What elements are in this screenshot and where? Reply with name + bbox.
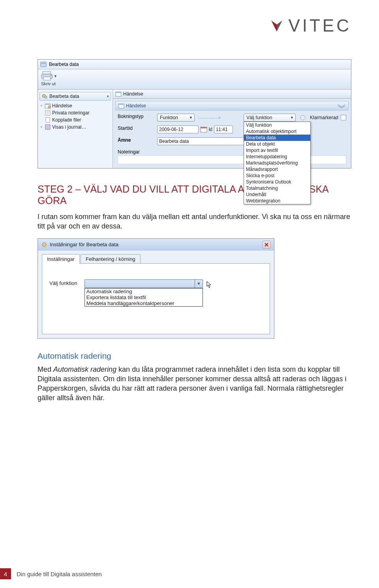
paragraph-intro: I rutan som kommer fram kan du välja mel… [38, 212, 351, 231]
note-icon [45, 110, 51, 116]
dropdown-option[interactable]: Import av textfil [244, 147, 310, 154]
close-button[interactable] [262, 241, 271, 249]
tab-felhantering[interactable]: Felhantering / körning [81, 254, 141, 264]
dialog-titlebar: Inställningar för Bearbeta data [38, 239, 274, 251]
bokningstyp-combo[interactable]: Funktion ▼ [157, 114, 195, 122]
klar-checkbox[interactable] [341, 115, 346, 120]
journal-icon [45, 124, 51, 130]
text-fragment: Med [38, 365, 53, 373]
brand-mark-icon [270, 19, 283, 32]
calendar-picker-icon[interactable] [200, 126, 207, 133]
tree-item[interactable]: + Händelse [39, 102, 111, 109]
window-app-icon [40, 61, 47, 67]
dropdown-option[interactable]: Totalmatchning [244, 185, 310, 191]
page-number-badge: 4 [0, 568, 11, 579]
svg-point-10 [48, 106, 51, 108]
klar-label: Klarmarkerad [310, 115, 338, 120]
clear-mark-icon [300, 114, 306, 121]
valj-funktion-list[interactable]: Automatisk raderingExportera listdata ti… [84, 288, 203, 307]
expand-icon[interactable]: + [39, 104, 43, 108]
collapse-chevron-icon[interactable] [337, 103, 346, 108]
sidebar-header-label: Bearbeta data [49, 94, 79, 99]
svg-point-24 [42, 243, 46, 247]
dialog-title: Inställningar för Bearbeta data [50, 242, 118, 247]
starttid-time-input[interactable]: 11:41 [214, 125, 233, 133]
list-option[interactable]: Automatisk radering [85, 288, 203, 294]
caret-icon: ▼ [290, 116, 294, 120]
paragraph-automatisk-radering: Med Automatisk radering kan du låta prog… [38, 365, 351, 403]
brand-wordmark: VITEC [288, 16, 351, 36]
caret-icon: ▼ [189, 116, 193, 120]
bokningstyp-value: Funktion [160, 115, 178, 120]
dropdown-option[interactable]: Välj funktion [244, 122, 310, 128]
svg-point-5 [51, 75, 52, 76]
noteringar-textarea[interactable] [118, 155, 346, 164]
svg-point-7 [45, 96, 47, 98]
svg-rect-18 [116, 92, 121, 93]
print-button[interactable]: ▾ Skriv ut [40, 70, 56, 86]
section-title: Händelse [126, 103, 146, 109]
arrow-dots: -----------> [198, 115, 221, 120]
amne-value: Bearbeta data [159, 139, 189, 144]
dropdown-option[interactable]: Internetuppdatering [244, 154, 310, 160]
tab-installningar[interactable]: Inställningar [42, 254, 80, 264]
tree-item[interactable]: + Visas i journal… [39, 124, 111, 131]
svg-rect-0 [41, 62, 46, 67]
calendar-event-icon [118, 103, 124, 109]
ribbon-toolbar: ▾ Skriv ut [38, 69, 351, 90]
list-option[interactable]: Exportera listdata till textfil [85, 294, 203, 300]
starttid-date-input[interactable]: 2009-06-12 [157, 125, 199, 133]
footer-text: Din guide till Digitala assistenten [17, 571, 102, 577]
screenshot-bearbeta-data: Bearbeta data ▾ Skriv ut Bearbeta data ▾ [38, 59, 351, 169]
dropdown-option[interactable]: Bearbeta data [244, 135, 310, 141]
main-header: Händelse [113, 90, 351, 99]
dropdown-option[interactable]: Synkronisera Outlook [244, 179, 310, 185]
amne-label: Ämne [118, 137, 153, 145]
dropdown-option[interactable]: Automatisk objektimport [244, 128, 310, 135]
funktion-dropdown-list[interactable]: Välj funktionAutomatisk objektimportBear… [244, 122, 311, 204]
dropdown-option[interactable]: Dela ut objekt [244, 141, 310, 147]
dropdown-option[interactable]: Månadsrapport [244, 166, 310, 172]
printer-icon [40, 70, 54, 81]
dropdown-caret-icon: ▾ [54, 74, 56, 78]
text-fragment-italic: Automatisk radering [53, 365, 116, 373]
settings-icon [41, 242, 47, 248]
dropdown-option[interactable]: Marknadsplatsöverföring [244, 160, 310, 166]
cursor-icon [206, 281, 212, 288]
dropdown-option[interactable]: Webbintegration [244, 198, 310, 204]
tree-item[interactable]: Kopplade filer [39, 116, 111, 124]
dropdown-option[interactable]: Skicka e-post [244, 172, 310, 179]
tree-label: Händelse [52, 103, 72, 109]
dropdown-option[interactable]: Underhåll [244, 191, 310, 198]
starttid-label: Starttid [118, 125, 153, 133]
calendar-event-icon [115, 91, 122, 97]
svg-rect-23 [201, 127, 207, 128]
tree-label: Visas i journal… [52, 124, 86, 130]
sidebar: Bearbeta data ▾ + Händelse Privata noter… [38, 90, 113, 168]
tabs: Inställningar Felhantering / körning [38, 251, 274, 263]
sidebar-header[interactable]: Bearbeta data ▾ [39, 92, 111, 101]
sidebar-tree: + Händelse Privata noteringar Kopplade f… [38, 101, 113, 131]
window-title: Bearbeta data [49, 62, 79, 67]
heading-automatisk-radering: Automatisk radering [38, 351, 351, 361]
print-label: Skriv ut [41, 81, 56, 86]
svg-rect-2 [43, 71, 51, 74]
list-option[interactable]: Meddela handläggare/kontaktpersoner [85, 300, 203, 306]
svg-rect-15 [46, 118, 50, 122]
caret-icon: ▼ [195, 280, 203, 288]
svg-point-21 [300, 115, 305, 120]
caret-icon: ▾ [107, 94, 109, 98]
brand-logo: VITEC [270, 16, 351, 36]
expand-icon[interactable]: + [39, 125, 43, 129]
tree-item[interactable]: Privata noteringar [39, 109, 111, 116]
calendar-event-icon [45, 103, 51, 109]
bokningstyp-label: Bokningstyp [118, 114, 153, 122]
window-titlebar: Bearbeta data [38, 60, 351, 69]
page-number: 4 [4, 571, 7, 577]
file-icon [45, 117, 51, 123]
funktion-combo[interactable]: Välj funktion ▼ [244, 114, 296, 122]
kl-label: kl [209, 127, 212, 132]
valj-funktion-combo[interactable]: ▼ [84, 279, 203, 288]
section-bar[interactable]: Händelse [115, 101, 349, 110]
page-footer: 4 Din guide till Digitala assistenten [0, 568, 102, 579]
